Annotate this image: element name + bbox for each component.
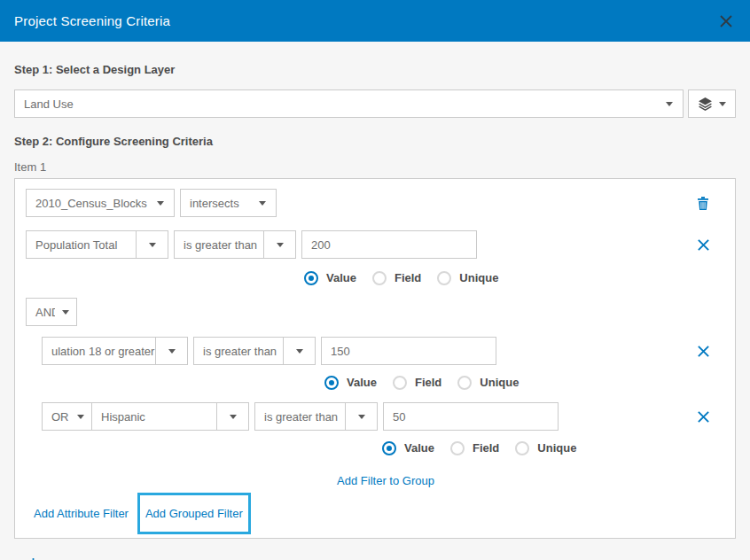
filter1-radio-value[interactable]: Value [304, 271, 356, 285]
filter-actions-row: Add Attribute Filter Add Grouped Filter [26, 493, 724, 534]
chevron-down-icon [136, 231, 168, 258]
design-layer-select[interactable]: Land Use [14, 89, 684, 118]
radio-label-field: Field [415, 376, 441, 389]
spatial-operator-select[interactable]: intersects [180, 189, 277, 217]
chevron-down-icon [345, 403, 377, 430]
design-layer-value: Land Use [15, 97, 656, 111]
attribute-filter-row-2: ulation 18 or greater is greater than [42, 337, 724, 365]
radio-label-value: Value [347, 376, 377, 389]
chevron-down-icon [249, 201, 276, 206]
filter2-radio-unique[interactable]: Unique [457, 376, 519, 390]
filter3-field-select[interactable]: Hispanic [91, 402, 249, 431]
logic-or-select[interactable]: OR [42, 402, 92, 431]
remove-filter1-button[interactable] [697, 238, 710, 252]
remove-filter3-button[interactable] [697, 410, 710, 424]
filter2-radio-field[interactable]: Field [393, 376, 441, 390]
radio-icon [393, 376, 407, 390]
radio-label-unique: Unique [537, 441, 576, 455]
step1-label: Step 1: Select a Design Layer [14, 63, 736, 76]
filter1-radio-field[interactable]: Field [372, 271, 421, 285]
filter2-radio-value[interactable]: Value [324, 376, 377, 390]
layer-options-button[interactable] [688, 89, 736, 118]
target-layer-select[interactable]: 2010_Census_Blocks [26, 189, 175, 217]
filter2-mode-radios: Value Field Unique [324, 375, 724, 390]
filter1-mode-radios: Value Field Unique [304, 270, 724, 285]
radio-icon [372, 271, 387, 285]
step2-label: Step 2: Configure Screening Criteria [14, 135, 736, 148]
close-icon[interactable] [718, 13, 734, 29]
logic-row: AND [26, 298, 724, 326]
design-layer-row: Land Use [14, 89, 736, 118]
chevron-down-icon [147, 201, 174, 206]
filter1-operator-select[interactable]: is greater than [174, 230, 296, 259]
filter3-operator-select[interactable]: is greater than [254, 402, 378, 431]
radio-icon [437, 271, 451, 285]
dialog-title: Project Screening Criteria [14, 13, 170, 28]
logic-and-select[interactable]: AND [26, 298, 77, 326]
attribute-filter-row-3: OR Hispanic is greater than [42, 402, 724, 431]
chevron-down-icon [719, 102, 726, 106]
target-layer-value: 2010_Census_Blocks [27, 197, 147, 210]
radio-label-value: Value [326, 271, 356, 284]
add-grouped-filter-link[interactable]: Add Grouped Filter [145, 507, 243, 520]
chevron-down-icon [656, 102, 683, 106]
attribute-filter-row-1: Population Total is greater than [26, 230, 724, 259]
filter1-radio-unique[interactable]: Unique [437, 271, 498, 285]
filter2-operator-select[interactable]: is greater than [193, 337, 316, 365]
filter3-radio-field[interactable]: Field [450, 441, 499, 455]
layers-icon [698, 97, 713, 112]
chevron-down-icon [70, 415, 91, 419]
close-icon [697, 410, 710, 424]
remove-filter2-button[interactable] [697, 345, 710, 358]
filter1-value-input[interactable] [301, 230, 477, 259]
chevron-down-icon [55, 310, 76, 315]
radio-label-value: Value [404, 441, 434, 455]
close-icon [697, 345, 710, 358]
filter3-operator-value: is greater than [255, 410, 345, 424]
tutorial-highlight-box: Add Grouped Filter [137, 493, 251, 534]
chevron-down-icon [263, 231, 295, 258]
chevron-down-icon [216, 403, 248, 430]
filter2-field-value: ulation 18 or greater [43, 345, 155, 358]
chevron-down-icon [155, 338, 187, 364]
dialog-body: Step 1: Select a Design Layer Land Use S… [0, 63, 750, 560]
radio-icon [450, 441, 465, 455]
radio-selected-icon [304, 271, 318, 285]
filter1-field-select[interactable]: Population Total [26, 230, 168, 259]
delete-item-button[interactable] [696, 196, 710, 211]
radio-label-field: Field [395, 271, 421, 284]
trash-icon [696, 196, 710, 211]
filter1-operator-value: is greater than [175, 238, 263, 252]
filter2-field-select[interactable]: ulation 18 or greater [42, 337, 188, 365]
logic-or-value: OR [43, 410, 70, 424]
filter2-operator-value: is greater than [194, 345, 283, 358]
dialog-header: Project Screening Criteria [0, 0, 750, 42]
radio-label-unique: Unique [480, 376, 519, 389]
radio-selected-icon [382, 441, 396, 455]
filter1-field-value: Population Total [27, 238, 136, 252]
chevron-down-icon [283, 338, 315, 364]
add-attribute-filter-link[interactable]: Add Attribute Filter [34, 507, 129, 520]
add-filter-to-group-link[interactable]: Add Filter to Group [337, 474, 434, 487]
screening-item-panel: 2010_Census_Blocks intersects [14, 178, 736, 539]
item-label: Item 1 [14, 160, 736, 174]
filter3-field-value: Hispanic [92, 410, 216, 424]
filter3-radio-value[interactable]: Value [382, 441, 434, 455]
spatial-operator-value: intersects [181, 197, 249, 210]
radio-icon [515, 441, 529, 455]
filter3-value-input[interactable] [383, 402, 559, 431]
filter3-mode-radios: Value Field Unique [382, 440, 724, 455]
close-icon [697, 238, 710, 252]
radio-icon [457, 376, 472, 390]
geometry-row: 2010_Census_Blocks intersects [26, 189, 724, 217]
filter2-value-input[interactable] [321, 337, 496, 365]
radio-selected-icon [324, 376, 339, 390]
logic-and-value: AND [27, 306, 55, 319]
filter3-radio-unique[interactable]: Unique [515, 441, 576, 455]
add-filter-to-group-row: Add Filter to Group [26, 474, 724, 487]
radio-label-field: Field [473, 441, 499, 455]
radio-label-unique: Unique [459, 271, 498, 284]
